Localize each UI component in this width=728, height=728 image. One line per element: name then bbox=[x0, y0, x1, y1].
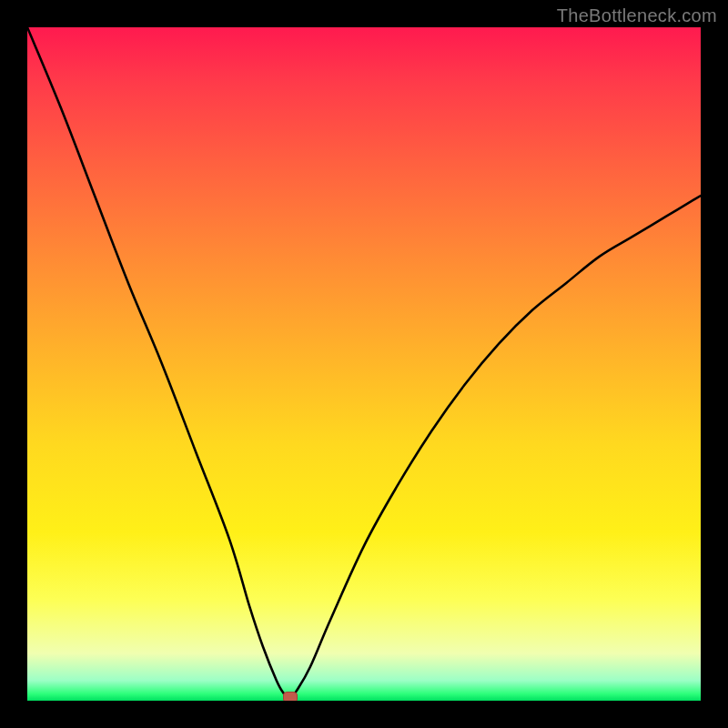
bottleneck-curve bbox=[27, 27, 701, 699]
watermark-text: TheBottleneck.com bbox=[557, 5, 717, 26]
optimal-point-marker bbox=[283, 692, 298, 701]
curve-svg bbox=[27, 27, 701, 701]
plot-area bbox=[27, 27, 701, 701]
chart-frame: TheBottleneck.com bbox=[0, 0, 728, 728]
